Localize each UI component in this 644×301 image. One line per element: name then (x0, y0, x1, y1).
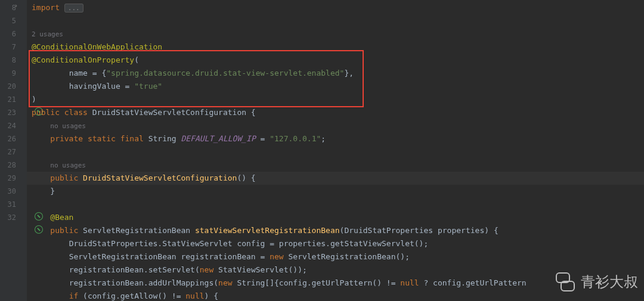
statement: ? config.getUrlPattern (419, 278, 527, 287)
code-line[interactable]: if (config.getAllow() != null) { (27, 290, 644, 301)
type: String (148, 134, 181, 143)
class-name: DruidStatViewServletConfiguration (92, 108, 246, 117)
op: = (256, 134, 270, 143)
code-line[interactable]: @Bean (27, 211, 644, 224)
line-number: 20 (0, 80, 16, 93)
keyword: null (400, 278, 419, 287)
semicolon: ; (321, 134, 326, 143)
code-line[interactable]: DruidStatProperties.StatViewServlet conf… (27, 237, 644, 250)
param-name: properties (438, 226, 484, 235)
field-name: DEFAULT_ALLOW_IP (181, 134, 255, 143)
line-number: 8 (0, 54, 16, 67)
line-number: 8 (0, 1, 16, 14)
attr-name: name = { (69, 69, 107, 77)
return-type: ServletRegistrationBean (83, 226, 195, 235)
keyword: private static final (50, 134, 148, 143)
statement: DruidStatProperties.StatViewServlet conf… (69, 239, 429, 248)
line-number: 5 (0, 14, 16, 27)
usages-hint: no usages (50, 162, 86, 169)
line-number: 9 (0, 67, 16, 80)
keyword: new (218, 278, 237, 287)
statement: (config.getAllow() != (83, 291, 185, 300)
statement: String[]{config.getUrlPattern() != (237, 278, 400, 287)
statement: ServletRegistrationBean registrationBean… (69, 252, 270, 261)
annotation: @ConditionalOnProperty (32, 55, 134, 64)
paren: ) { (484, 226, 498, 235)
attr-close: }, (344, 69, 354, 77)
param-type: DruidStatProperties (344, 226, 438, 235)
code-line[interactable]: registrationBean.addUrlMappings(new Stri… (27, 277, 644, 290)
fold-chevron-icon[interactable]: › (14, 2, 18, 9)
annotation: @ConditionalOnWebApplication (32, 42, 162, 51)
paren: ( (134, 55, 139, 64)
keyword: null (185, 291, 204, 300)
annotation: @Bean (50, 213, 73, 222)
usages-hint: 2 usages (32, 30, 63, 38)
line-number: 27 (0, 145, 16, 159)
gutter: 8 5 6 7 8 9 20 21 23 24 26 27 28 29 30 3… (0, 0, 27, 301)
code-line[interactable]: @ConditionalOnProperty( (27, 54, 644, 67)
line-number: 26 (0, 132, 16, 145)
code-line[interactable]: ) (27, 93, 644, 106)
string-literal: "spring.datasource.druid.stat-view-servl… (106, 69, 344, 77)
statement: StatViewServlet()); (218, 265, 307, 274)
string-literal: "true" (134, 82, 162, 91)
line-numbers: 8 5 6 7 8 9 20 21 23 24 26 27 28 29 30 3… (0, 1, 27, 224)
code-editor[interactable]: 8 5 6 7 8 9 20 21 23 24 26 27 28 29 30 3… (0, 0, 644, 301)
usages-hint: no usages (50, 122, 86, 130)
brace: } (50, 187, 55, 196)
code-line-current[interactable]: public DruidStatViewServletConfiguration… (27, 172, 644, 185)
statement: ) { (205, 291, 218, 300)
statement: registrationBean.setServlet( (69, 265, 200, 274)
code-line[interactable]: @ConditionalOnWebApplication (27, 41, 644, 54)
code-line[interactable]: no usages (27, 159, 644, 172)
paren: ) (32, 95, 36, 104)
code-line[interactable]: no usages (27, 119, 644, 132)
attr-name: havingValue = (69, 82, 135, 91)
line-number: 21 (0, 93, 16, 106)
line-number: 6 (0, 27, 16, 41)
code-line[interactable]: name = {"spring.datasource.druid.stat-vi… (27, 67, 644, 80)
line-number: 32 (0, 211, 16, 224)
code-line[interactable]: havingValue = "true" (27, 80, 644, 93)
line-number: 30 (0, 185, 16, 198)
keyword: new (200, 265, 218, 274)
code-line[interactable]: import ... (27, 1, 644, 14)
brace: { (246, 108, 256, 117)
keyword: import (32, 3, 60, 12)
keyword: public (50, 173, 83, 182)
code-line[interactable]: public class DruidStatViewServletConfigu… (27, 106, 644, 119)
keyword: public class (32, 108, 92, 117)
fold-badge[interactable]: ... (64, 4, 83, 13)
code-area[interactable]: import ... 2 usages @ConditionalOnWebApp… (27, 0, 644, 301)
line-number: 31 (0, 198, 16, 211)
line-number: 24 (0, 119, 16, 132)
code-line[interactable]: } (27, 185, 644, 198)
statement: ServletRegistrationBean(); (288, 252, 410, 261)
statement: registrationBean.addUrlMappings( (69, 278, 218, 287)
keyword: if (69, 291, 83, 300)
string-literal: "127.0.0.1" (270, 134, 321, 143)
line-number: 7 (0, 41, 16, 54)
signature: () { (237, 173, 255, 182)
keyword: new (270, 252, 288, 261)
constructor-name: DruidStatViewServletConfiguration (83, 173, 237, 182)
code-line[interactable] (27, 145, 644, 159)
code-line[interactable] (27, 14, 644, 27)
keyword: public (50, 226, 83, 235)
code-line[interactable] (27, 198, 644, 211)
line-number: 28 (0, 159, 16, 172)
code-line[interactable]: ServletRegistrationBean registrationBean… (27, 250, 644, 263)
code-line[interactable]: private static final String DEFAULT_ALLO… (27, 132, 644, 145)
code-line[interactable]: 2 usages (27, 27, 644, 41)
line-number: 23 (0, 106, 16, 119)
line-number: 29 (0, 172, 16, 185)
code-line[interactable]: registrationBean.setServlet(new StatView… (27, 263, 644, 277)
code-line[interactable]: public ServletRegistrationBean statViewS… (27, 224, 644, 237)
method-name: statViewServletRegistrationBean (195, 226, 340, 235)
